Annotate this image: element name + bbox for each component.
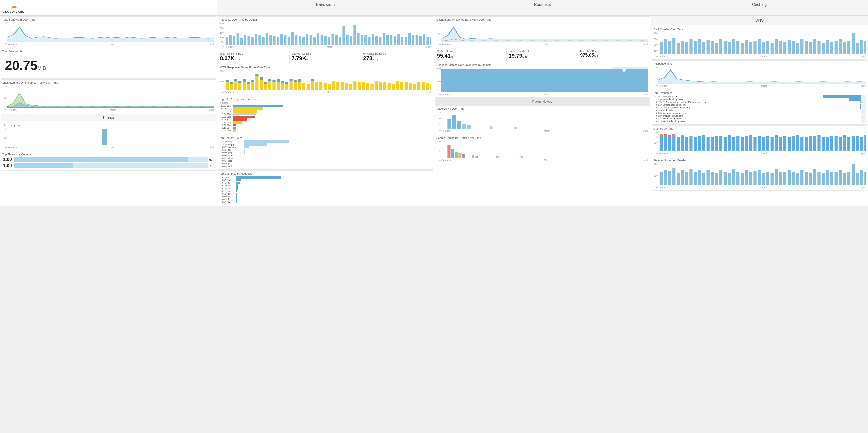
svg-rect-137 [490, 126, 493, 129]
svg-rect-80 [264, 82, 267, 84]
svg-rect-157 [698, 39, 701, 55]
svg-rect-52 [401, 37, 403, 45]
content-type-bar-row: 0.04Kother [219, 154, 431, 157]
svg-rect-149 [664, 39, 667, 55]
top-threats-country: Top Threats by Country 1.00 us 1.00 nl [1, 151, 216, 171]
svg-rect-120 [396, 81, 399, 90]
svg-rect-164 [728, 42, 731, 55]
status-bar-row: 8.20522 [219, 116, 431, 118]
svg-rect-98 [307, 84, 310, 90]
svg-rect-147 [521, 156, 523, 158]
svg-rect-270 [732, 169, 735, 185]
svg-rect-154 [685, 42, 688, 55]
svg-rect-179 [792, 41, 795, 55]
svg-rect-253 [660, 172, 663, 185]
svg-rect-24 [299, 36, 301, 45]
svg-rect-38 [350, 36, 352, 45]
svg-rect-280 [775, 169, 778, 185]
hostname-bar-row: 0.11K.dmarc.decokings.com [653, 104, 866, 106]
svg-rect-93 [294, 83, 297, 90]
stale-queries-bar-chart [658, 163, 866, 185]
dns-column: DNS DNS Queries Over Time 400 300 200 10… [651, 16, 868, 206]
svg-rect-111 [358, 83, 361, 90]
svg-rect-95 [298, 82, 301, 90]
country-bar-row: 0.19Kua [219, 184, 431, 187]
svg-rect-158 [703, 42, 706, 55]
svg-rect-204 [668, 135, 671, 137]
svg-rect-234 [787, 137, 790, 151]
svg-rect-201 [664, 136, 667, 151]
svg-rect-256 [673, 168, 676, 185]
svg-rect-85 [277, 82, 280, 90]
svg-rect-184 [813, 39, 816, 55]
svg-rect-40 [357, 33, 360, 45]
svg-rect-56 [415, 35, 418, 45]
svg-rect-257 [677, 173, 680, 185]
svg-rect-82 [268, 79, 271, 81]
svg-rect-191 [843, 42, 846, 55]
hostname-bar-row: 0.02Ksecure.decokings.com [653, 120, 866, 123]
svg-rect-200 [660, 134, 663, 135]
svg-rect-148 [660, 42, 663, 55]
total-bandwidth-chart: Total Bandwidth Over Time 1.5 0 February… [1, 17, 216, 48]
threats-section-header: Threats [1, 114, 216, 121]
svg-rect-104 [328, 84, 331, 90]
svg-rect-269 [728, 173, 731, 185]
svg-rect-59 [427, 37, 429, 45]
threats-by-type-chart: Threats by Type 1 0.5 0 February March A… [1, 122, 216, 150]
svg-rect-177 [783, 42, 786, 55]
content-type-bar-row: 0.01Kjpeg [219, 160, 431, 162]
svg-rect-171 [757, 39, 761, 55]
svg-rect-3 [102, 129, 106, 145]
svg-rect-240 [813, 136, 816, 151]
queries-type-bar-chart [658, 131, 866, 151]
svg-rect-145 [475, 156, 478, 158]
svg-rect-182 [805, 41, 808, 55]
svg-rect-31 [324, 36, 327, 45]
svg-rect-103 [323, 83, 327, 90]
svg-marker-0 [7, 27, 214, 42]
svg-rect-294 [835, 172, 838, 185]
svg-rect-50 [394, 36, 396, 45]
svg-rect-262 [698, 170, 701, 185]
svg-rect-68 [239, 81, 242, 83]
svg-rect-86 [277, 80, 280, 82]
svg-rect-236 [796, 135, 799, 151]
svg-rect-175 [775, 39, 778, 55]
svg-rect-90 [285, 82, 288, 84]
svg-rect-64 [230, 82, 233, 84]
svg-rect-187 [826, 40, 829, 55]
svg-rect-258 [681, 171, 684, 185]
cached-bandwidth-line-chart [441, 22, 648, 42]
country-bar-row: 0.09Knl [219, 196, 431, 198]
svg-rect-89 [285, 84, 288, 90]
svg-rect-55 [412, 35, 414, 45]
status-bar-row: 8.54200 [219, 113, 431, 115]
svg-rect-283 [787, 171, 790, 185]
svg-rect-213 [698, 136, 701, 151]
uncached-bandwidth-stat: Uncached Band... 975.65KiB [578, 49, 650, 61]
svg-rect-146 [496, 156, 499, 158]
svg-marker-197 [658, 70, 866, 84]
svg-rect-92 [290, 79, 293, 81]
svg-rect-53 [405, 37, 407, 45]
status-bars-container: 18.6730111.284048.824038.542008.205225.2… [219, 105, 431, 132]
encrypted-traffic-chart: Encrypted and Unencrypted Traffic Over T… [1, 80, 216, 113]
svg-rect-141 [455, 152, 458, 158]
svg-rect-166 [736, 41, 739, 55]
uncached-requests-stat: Uncached Requests 278reqs [361, 51, 433, 63]
svg-rect-300 [860, 171, 863, 185]
svg-rect-227 [757, 136, 761, 151]
svg-rect-67 [239, 83, 242, 90]
svg-rect-215 [707, 137, 710, 151]
hostname-bar-row: 0.02Kmail.decokings.com [653, 115, 866, 117]
svg-rect-33 [332, 34, 334, 45]
svg-rect-11 [251, 37, 254, 45]
requests-header: Requests [434, 0, 651, 16]
svg-rect-174 [771, 43, 774, 55]
svg-rect-202 [664, 134, 667, 136]
svg-rect-229 [766, 136, 769, 151]
caching-stats-grid: Cache Hit Rate 95.41% Cached Bandwidth 1… [435, 48, 650, 61]
svg-rect-109 [349, 84, 352, 90]
svg-rect-116 [379, 83, 382, 90]
